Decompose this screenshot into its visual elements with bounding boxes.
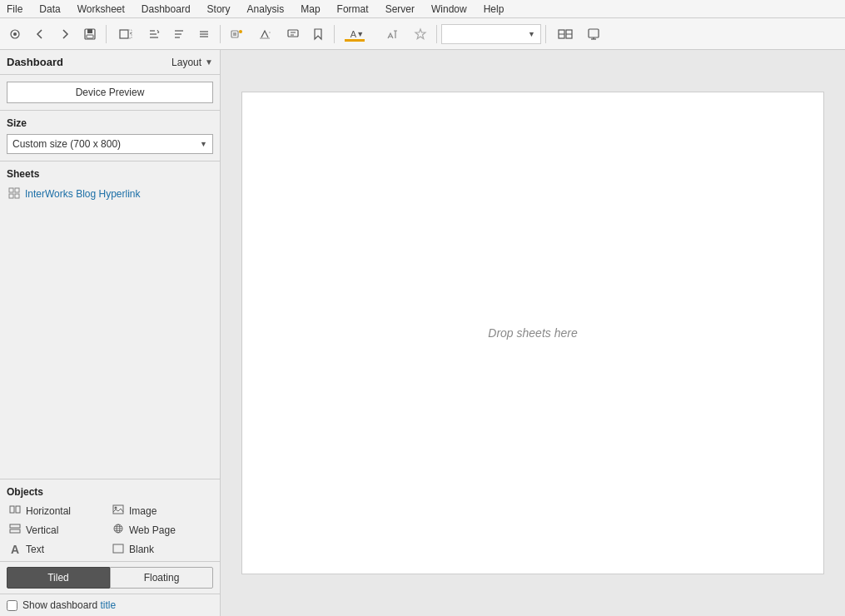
- show-dashboard-title-checkbox[interactable]: [7, 600, 17, 611]
- format-icon: [385, 27, 400, 41]
- device-preview-section: Device Preview: [0, 75, 220, 111]
- vertical-label: Vertical: [26, 524, 58, 536]
- svg-rect-20: [288, 30, 298, 37]
- size-label: Size: [7, 117, 213, 129]
- objects-section: Objects Horizontal: [0, 479, 220, 562]
- svg-rect-48: [113, 544, 123, 553]
- svg-rect-41: [10, 524, 20, 528]
- menu-story[interactable]: Story: [204, 3, 234, 15]
- select-tool-button[interactable]: [111, 22, 141, 46]
- toolbar-sep-1: [106, 25, 107, 43]
- annotations-button[interactable]: [250, 22, 280, 46]
- toolbar-sep-2: [220, 25, 221, 43]
- home-icon: [8, 27, 22, 41]
- dashboard-label: Dashboard: [7, 56, 63, 68]
- presentation-view-button[interactable]: [582, 22, 605, 46]
- standard-view-button[interactable]: [550, 22, 580, 46]
- svg-rect-35: [9, 194, 13, 198]
- svg-point-18: [239, 30, 242, 33]
- svg-rect-38: [16, 506, 20, 513]
- font-value: [447, 29, 528, 39]
- sort-desc-button[interactable]: [167, 22, 191, 46]
- object-text[interactable]: A Text: [7, 541, 110, 558]
- layout-dropdown-arrow: ▼: [205, 57, 213, 67]
- labels-icon: [230, 27, 243, 41]
- blank-label: Blank: [129, 544, 154, 555]
- svg-rect-42: [10, 529, 20, 533]
- svg-rect-5: [120, 30, 128, 38]
- web-page-label: Web Page: [129, 524, 176, 536]
- object-blank[interactable]: Blank: [110, 541, 213, 558]
- save-button[interactable]: [78, 22, 102, 46]
- menu-worksheet[interactable]: Worksheet: [74, 3, 128, 15]
- menu-server[interactable]: Server: [382, 3, 418, 15]
- menu-dashboard[interactable]: Dashboard: [138, 3, 194, 15]
- horizontal-icon: [8, 504, 22, 517]
- svg-rect-36: [15, 194, 19, 198]
- bookmark-button[interactable]: [306, 22, 330, 46]
- show-dashboard-title-label: Show dashboard title: [22, 599, 116, 611]
- object-web-page[interactable]: Web Page: [110, 522, 213, 538]
- select-icon: [118, 27, 133, 41]
- vertical-icon: [8, 524, 22, 536]
- svg-point-1: [13, 32, 17, 36]
- sidebar-header: Dashboard Layout ▼: [0, 50, 220, 75]
- menu-data[interactable]: Data: [36, 3, 63, 15]
- sheet-name: InterWorks Blog Hyperlink: [25, 188, 141, 200]
- font-dropdown-arrow: ▼: [528, 30, 535, 38]
- objects-grid: Horizontal Image: [7, 503, 213, 558]
- object-image[interactable]: Image: [110, 503, 213, 519]
- save-icon: [83, 27, 97, 41]
- device-preview-button[interactable]: Device Preview: [7, 82, 213, 103]
- sort-manual-button[interactable]: [192, 22, 216, 46]
- sort-asc-button[interactable]: [142, 22, 166, 46]
- sheet-item[interactable]: InterWorks Blog Hyperlink: [7, 185, 213, 203]
- tooltip-icon: [286, 27, 300, 41]
- floating-button[interactable]: Floating: [110, 567, 213, 589]
- svg-rect-15: [231, 31, 238, 37]
- layout-dropdown[interactable]: Layout ▼: [171, 57, 213, 68]
- menu-format[interactable]: Format: [334, 3, 372, 15]
- tiled-floating-section: Tiled Floating: [0, 562, 220, 594]
- canvas-inner[interactable]: Drop sheets here: [241, 92, 824, 574]
- format-button[interactable]: [377, 22, 407, 46]
- sheet-grid-icon: [8, 187, 20, 199]
- tooltip-button[interactable]: [281, 22, 305, 46]
- forward-button[interactable]: [53, 22, 77, 46]
- image-icon: [112, 504, 125, 517]
- color-button[interactable]: A ▼: [339, 22, 375, 46]
- star-button[interactable]: [409, 22, 432, 46]
- text-label: Text: [26, 544, 44, 555]
- svg-rect-37: [10, 506, 14, 513]
- objects-label: Objects: [7, 486, 213, 498]
- annotations-icon: [257, 27, 272, 41]
- standard-view-icon: [557, 27, 574, 41]
- tiled-button[interactable]: Tiled: [7, 567, 110, 589]
- sort-manual-icon: [197, 27, 211, 41]
- svg-marker-25: [415, 29, 425, 39]
- font-dropdown[interactable]: ▼: [441, 24, 541, 44]
- sort-asc-icon: [147, 27, 161, 41]
- forward-icon: [58, 27, 72, 41]
- size-section: Size Custom size (700 x 800) ▼: [0, 111, 220, 161]
- menu-analysis[interactable]: Analysis: [244, 3, 288, 15]
- size-dropdown[interactable]: Custom size (700 x 800) ▼: [7, 134, 213, 154]
- dashboard-title-blue-text: title: [100, 599, 116, 611]
- web-page-icon: [112, 524, 125, 536]
- menu-window[interactable]: Window: [428, 3, 470, 15]
- image-label: Image: [129, 505, 157, 517]
- menu-file[interactable]: File: [3, 3, 26, 15]
- blank-icon: [112, 544, 125, 556]
- sheet-icon: [8, 187, 20, 201]
- object-vertical[interactable]: Vertical: [7, 522, 110, 538]
- toolbar: A ▼ ▼: [0, 18, 845, 50]
- menu-map[interactable]: Map: [297, 3, 323, 15]
- home-button[interactable]: [3, 22, 27, 46]
- object-horizontal[interactable]: Horizontal: [7, 503, 110, 519]
- labels-button[interactable]: [225, 22, 248, 46]
- menu-help[interactable]: Help: [480, 3, 508, 15]
- toolbar-sep-5: [545, 25, 546, 43]
- toolbar-sep-4: [436, 25, 437, 43]
- back-button[interactable]: [28, 22, 52, 46]
- text-icon: A: [8, 543, 22, 556]
